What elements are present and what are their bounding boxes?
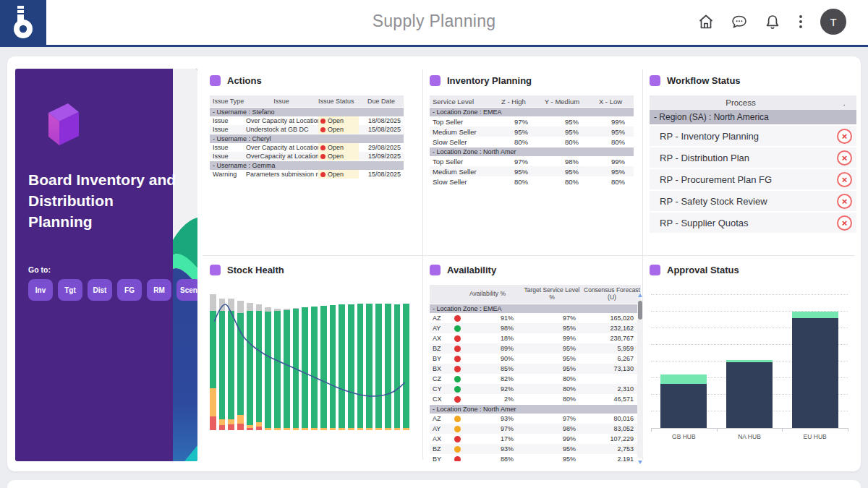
group-row[interactable]: - Location Zone : EMEA [430, 304, 641, 313]
panel-approval-status: Approval Status GB HUBNA HUBEU HUB [650, 265, 856, 440]
reject-status-icon[interactable]: × [837, 150, 852, 166]
axis-label: GB HUB [651, 433, 717, 440]
status-text: Open [328, 126, 344, 133]
table-row[interactable]: AX17%99%107,229 [430, 434, 641, 444]
table-row[interactable]: Top Seller97%95%99% [430, 116, 634, 127]
table-row[interactable]: Top Seller97%98%99% [430, 156, 634, 166]
status-dot-red-icon [454, 315, 461, 322]
approval-segment-approved [660, 374, 707, 384]
table-row[interactable]: IssueUnderstock at GB DCOpen15/08/2025 [210, 125, 404, 134]
group-row[interactable]: - Location Zone : EMEA [430, 108, 634, 116]
table-row[interactable]: CX2%80%46,571 [430, 394, 641, 404]
value-cell: 95% [490, 168, 537, 176]
value-cell: 95% [537, 168, 587, 176]
table-row[interactable]: IssueOver Capacity at LocationOpen29/08/… [210, 143, 404, 152]
scroll-down-icon[interactable] [638, 461, 642, 464]
stock-segment-warning [339, 428, 345, 430]
stock-segment-warning [274, 428, 281, 430]
stock-health-bars [210, 294, 409, 430]
table-row[interactable]: AY97%98%83,052 [430, 424, 641, 434]
workflow-row[interactable]: RP - Inventory Planning× [650, 126, 856, 146]
table-row[interactable]: AX18%99%238,767 [430, 333, 641, 343]
workflow-row[interactable]: RP - Safety Stock Review× [650, 191, 856, 211]
value-cell: 80% [537, 178, 587, 186]
panel-icon [650, 265, 660, 275]
panel-title: Workflow Status [667, 75, 741, 86]
forecast-cell: 73,130 [583, 365, 641, 372]
table-row[interactable]: Medium Seller95%95%95% [430, 127, 634, 137]
forecast-cell: 46,571 [583, 395, 641, 403]
workflow-row[interactable]: RP - Procurement Plan FG× [650, 169, 856, 189]
group-row[interactable]: - Location Zone : North Amer [430, 405, 641, 414]
stock-bar [302, 294, 308, 430]
service-level-cell: Slow Seller [430, 138, 490, 146]
stock-segment-warning [311, 428, 318, 430]
status-dot-red-icon [454, 456, 461, 462]
chat-icon[interactable] [731, 13, 748, 30]
scrollbar-thumb[interactable] [638, 301, 642, 320]
table-row[interactable]: AZ91%97%165,020 [430, 313, 641, 323]
forecast-cell: 232,162 [583, 325, 641, 332]
scrollbar-track[interactable] [637, 299, 643, 458]
approval-bar-slot [717, 294, 783, 428]
goto-fg-button[interactable]: FG [117, 279, 142, 301]
stock-segment-healthy [375, 304, 382, 428]
notifications-bell-icon[interactable] [764, 13, 781, 30]
due-date-cell: 15/09/2025 [359, 153, 404, 160]
table-row[interactable]: BY90%95%6,267 [430, 354, 641, 364]
table-row[interactable]: Slow Seller80%80%80% [430, 137, 634, 147]
table-row[interactable]: AZ93%97%80,016 [430, 414, 641, 424]
item-code-cell: CY [430, 385, 454, 393]
stock-segment-healthy [247, 311, 253, 425]
reject-status-icon[interactable]: × [837, 129, 852, 144]
table-row[interactable]: WarningParameters submission reOpen15/08… [210, 170, 404, 179]
table-row[interactable]: BX85%95%73,130 [430, 364, 641, 374]
table-row[interactable]: Medium Seller95%95%95% [430, 166, 634, 176]
goto-tgt-button[interactable]: Tgt [58, 279, 82, 301]
issue-cell: Parameters submission re [244, 171, 318, 178]
axis-label: EU HUB [782, 433, 848, 440]
reject-status-icon[interactable]: × [837, 194, 852, 209]
kebab-menu-icon[interactable] [797, 13, 804, 30]
workflow-row[interactable]: RP - Supplier Quotas× [650, 213, 856, 233]
table-row[interactable]: CY92%80%2,310 [430, 384, 641, 394]
reject-status-icon[interactable]: × [837, 172, 852, 187]
stock-segment-excess [237, 301, 244, 313]
service-level-cell: Top Seller [430, 118, 490, 126]
reject-status-icon[interactable]: × [837, 215, 852, 231]
group-row[interactable]: - Username : Stefano [210, 108, 404, 116]
stock-segment-healthy [228, 311, 234, 419]
availability-dot-cell [454, 396, 475, 403]
goto-rm-button[interactable]: RM [147, 279, 171, 301]
workflow-row[interactable]: RP - Distribution Plan× [650, 147, 856, 168]
target-cell: 95% [521, 365, 583, 372]
value-cell: 80% [490, 178, 537, 186]
avatar[interactable]: T [820, 9, 846, 35]
table-row[interactable]: IssueOverCapacity at LocationOpen15/09/2… [210, 152, 404, 160]
status-dot-red-icon [320, 127, 326, 132]
goto-label: Go to: [28, 265, 51, 274]
stock-segment-warning [403, 428, 409, 430]
table-row[interactable]: BY88%95%2,191 [430, 454, 641, 461]
group-row[interactable]: - Username : Gemma [210, 161, 404, 170]
table-row[interactable]: AY98%95%232,162 [430, 323, 641, 333]
availability-scrollbar[interactable] [637, 294, 644, 464]
scroll-up-icon[interactable] [638, 294, 642, 297]
issue-type-cell: Issue [210, 144, 244, 151]
table-row[interactable]: BZ89%95%5,959 [430, 343, 641, 354]
group-row[interactable]: - Location Zone : North Amer [430, 147, 634, 156]
workflow-group-row[interactable]: - Region (SA) : North America [650, 110, 856, 124]
home-icon[interactable] [697, 13, 715, 30]
goto-dist-button[interactable]: Dist [88, 279, 112, 301]
stock-segment-warning [385, 428, 391, 430]
group-row[interactable]: - Username : Cheryl [210, 134, 404, 143]
goto-inv-button[interactable]: Inv [28, 279, 53, 301]
table-row[interactable]: Slow Seller80%80%80% [430, 176, 634, 187]
table-row[interactable]: IssueOver Capacity at LocationOpen18/08/… [210, 116, 404, 125]
due-date-cell: 18/08/2025 [359, 117, 404, 124]
table-row[interactable]: CZ82%80% [430, 374, 641, 384]
goto-scen-button[interactable]: Scen [176, 279, 197, 301]
table-row[interactable]: BZ93%95%2,753 [430, 444, 641, 454]
status-dot-red-icon [320, 172, 326, 177]
target-cell: 97% [521, 415, 583, 422]
